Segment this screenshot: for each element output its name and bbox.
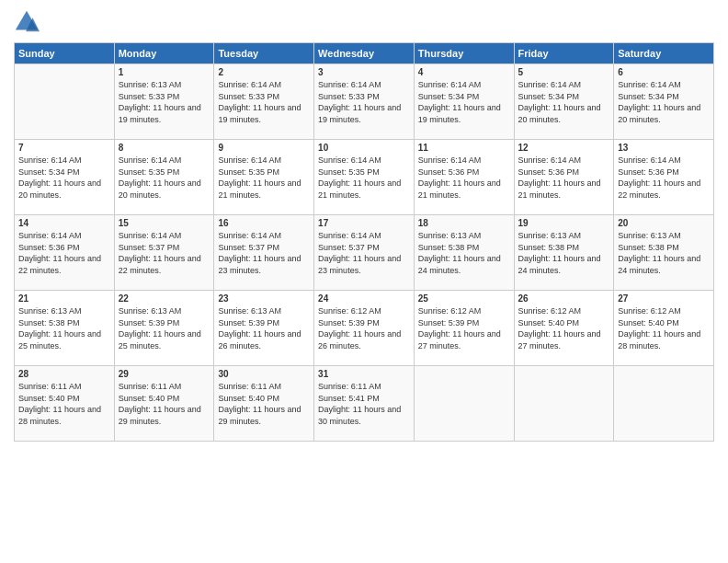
sunrise-text: Sunrise: 6:14 AM bbox=[318, 155, 381, 165]
sunset-text: Sunset: 5:36 PM bbox=[418, 167, 480, 177]
calendar-cell: 6 Sunrise: 6:14 AM Sunset: 5:34 PM Dayli… bbox=[614, 64, 714, 140]
sunrise-text: Sunrise: 6:12 AM bbox=[518, 306, 582, 316]
sunset-text: Sunset: 5:38 PM bbox=[618, 243, 679, 252]
calendar-cell: 18 Sunrise: 6:13 AM Sunset: 5:38 PM Dayl… bbox=[414, 215, 514, 291]
sunset-text: Sunset: 5:33 PM bbox=[218, 92, 279, 101]
day-info: Sunrise: 6:14 AM Sunset: 5:34 PM Dayligh… bbox=[618, 79, 710, 125]
daylight-text: Daylight: 11 hours and 27 minutes. bbox=[418, 329, 501, 350]
sunset-text: Sunset: 5:38 PM bbox=[518, 243, 580, 252]
sunrise-text: Sunrise: 6:14 AM bbox=[418, 80, 482, 89]
day-number: 24 bbox=[318, 293, 410, 304]
day-info: Sunrise: 6:14 AM Sunset: 5:35 PM Dayligh… bbox=[218, 155, 310, 201]
day-info: Sunrise: 6:13 AM Sunset: 5:39 PM Dayligh… bbox=[218, 305, 310, 351]
daylight-text: Daylight: 11 hours and 24 minutes. bbox=[518, 254, 601, 275]
sunset-text: Sunset: 5:35 PM bbox=[218, 167, 279, 177]
daylight-text: Daylight: 11 hours and 26 minutes. bbox=[218, 329, 301, 350]
day-number: 6 bbox=[618, 67, 710, 77]
calendar-cell: 7 Sunrise: 6:14 AM Sunset: 5:34 PM Dayli… bbox=[15, 140, 115, 215]
sunrise-text: Sunrise: 6:13 AM bbox=[518, 231, 582, 240]
sunset-text: Sunset: 5:38 PM bbox=[418, 243, 480, 252]
day-number: 22 bbox=[119, 293, 210, 304]
sunrise-text: Sunrise: 6:14 AM bbox=[618, 155, 681, 165]
day-info: Sunrise: 6:11 AM Sunset: 5:40 PM Dayligh… bbox=[18, 381, 110, 427]
daylight-text: Daylight: 11 hours and 20 minutes. bbox=[618, 103, 700, 124]
day-info: Sunrise: 6:11 AM Sunset: 5:41 PM Dayligh… bbox=[318, 381, 410, 427]
day-number: 2 bbox=[218, 67, 310, 77]
sunrise-text: Sunrise: 6:14 AM bbox=[218, 231, 281, 240]
daylight-text: Daylight: 11 hours and 19 minutes. bbox=[218, 103, 301, 124]
day-number: 31 bbox=[318, 369, 410, 379]
daylight-text: Daylight: 11 hours and 29 minutes. bbox=[119, 405, 201, 426]
calendar-cell: 3 Sunrise: 6:14 AM Sunset: 5:33 PM Dayli… bbox=[314, 64, 415, 140]
calendar-week-row: 14 Sunrise: 6:14 AM Sunset: 5:36 PM Dayl… bbox=[15, 215, 714, 291]
calendar-cell: 16 Sunrise: 6:14 AM Sunset: 5:37 PM Dayl… bbox=[214, 215, 314, 291]
calendar-cell: 21 Sunrise: 6:13 AM Sunset: 5:38 PM Dayl… bbox=[15, 291, 115, 366]
day-number: 29 bbox=[119, 369, 210, 379]
sunset-text: Sunset: 5:40 PM bbox=[18, 394, 80, 403]
sunset-text: Sunset: 5:39 PM bbox=[218, 318, 279, 327]
daylight-text: Daylight: 11 hours and 27 minutes. bbox=[518, 329, 601, 350]
calendar-cell: 19 Sunrise: 6:13 AM Sunset: 5:38 PM Dayl… bbox=[514, 215, 614, 291]
day-info: Sunrise: 6:14 AM Sunset: 5:33 PM Dayligh… bbox=[218, 79, 310, 125]
calendar-cell: 22 Sunrise: 6:13 AM Sunset: 5:39 PM Dayl… bbox=[114, 291, 214, 366]
sunset-text: Sunset: 5:37 PM bbox=[218, 243, 279, 252]
sunset-text: Sunset: 5:40 PM bbox=[218, 394, 279, 403]
sunset-text: Sunset: 5:38 PM bbox=[18, 318, 80, 327]
day-info: Sunrise: 6:14 AM Sunset: 5:36 PM Dayligh… bbox=[518, 155, 610, 201]
day-number: 26 bbox=[518, 293, 610, 304]
sunrise-text: Sunrise: 6:14 AM bbox=[119, 231, 182, 240]
calendar-cell bbox=[15, 64, 115, 140]
sunrise-text: Sunrise: 6:11 AM bbox=[218, 382, 281, 391]
day-number: 28 bbox=[18, 369, 110, 379]
day-info: Sunrise: 6:14 AM Sunset: 5:34 PM Dayligh… bbox=[418, 79, 510, 125]
daylight-text: Daylight: 11 hours and 19 minutes. bbox=[318, 103, 401, 124]
col-header-monday: Monday bbox=[114, 43, 214, 64]
day-info: Sunrise: 6:13 AM Sunset: 5:38 PM Dayligh… bbox=[518, 230, 610, 276]
sunrise-text: Sunrise: 6:12 AM bbox=[418, 306, 482, 316]
daylight-text: Daylight: 11 hours and 21 minutes. bbox=[518, 178, 601, 200]
sunrise-text: Sunrise: 6:11 AM bbox=[119, 382, 182, 391]
page: SundayMondayTuesdayWednesdayThursdayFrid… bbox=[0, 0, 728, 563]
calendar-header-row: SundayMondayTuesdayWednesdayThursdayFrid… bbox=[15, 43, 714, 64]
day-info: Sunrise: 6:13 AM Sunset: 5:38 PM Dayligh… bbox=[618, 230, 710, 276]
sunset-text: Sunset: 5:35 PM bbox=[318, 167, 380, 177]
sunset-text: Sunset: 5:41 PM bbox=[318, 394, 380, 403]
day-info: Sunrise: 6:14 AM Sunset: 5:34 PM Dayligh… bbox=[518, 79, 610, 125]
col-header-tuesday: Tuesday bbox=[214, 43, 314, 64]
day-number: 12 bbox=[518, 143, 610, 153]
calendar-cell: 27 Sunrise: 6:12 AM Sunset: 5:40 PM Dayl… bbox=[614, 291, 714, 366]
day-number: 23 bbox=[218, 293, 310, 304]
daylight-text: Daylight: 11 hours and 22 minutes. bbox=[18, 254, 101, 275]
calendar-cell: 26 Sunrise: 6:12 AM Sunset: 5:40 PM Dayl… bbox=[514, 291, 614, 366]
sunset-text: Sunset: 5:34 PM bbox=[618, 92, 679, 101]
daylight-text: Daylight: 11 hours and 20 minutes. bbox=[119, 178, 201, 200]
day-number: 7 bbox=[18, 143, 110, 153]
calendar-cell: 8 Sunrise: 6:14 AM Sunset: 5:35 PM Dayli… bbox=[114, 140, 214, 215]
sunrise-text: Sunrise: 6:12 AM bbox=[318, 306, 381, 316]
sunrise-text: Sunrise: 6:14 AM bbox=[618, 80, 681, 89]
calendar-cell bbox=[514, 366, 614, 442]
day-number: 17 bbox=[318, 218, 410, 228]
calendar-cell: 31 Sunrise: 6:11 AM Sunset: 5:41 PM Dayl… bbox=[314, 366, 415, 442]
sunrise-text: Sunrise: 6:13 AM bbox=[18, 306, 82, 316]
day-info: Sunrise: 6:14 AM Sunset: 5:35 PM Dayligh… bbox=[119, 155, 210, 201]
day-info: Sunrise: 6:12 AM Sunset: 5:40 PM Dayligh… bbox=[618, 305, 710, 351]
sunset-text: Sunset: 5:36 PM bbox=[18, 243, 80, 252]
calendar-cell: 28 Sunrise: 6:11 AM Sunset: 5:40 PM Dayl… bbox=[15, 366, 115, 442]
sunset-text: Sunset: 5:34 PM bbox=[418, 92, 480, 101]
calendar-cell: 17 Sunrise: 6:14 AM Sunset: 5:37 PM Dayl… bbox=[314, 215, 415, 291]
day-info: Sunrise: 6:11 AM Sunset: 5:40 PM Dayligh… bbox=[119, 381, 210, 427]
calendar-cell bbox=[614, 366, 714, 442]
day-info: Sunrise: 6:14 AM Sunset: 5:36 PM Dayligh… bbox=[618, 155, 710, 201]
calendar-cell: 12 Sunrise: 6:14 AM Sunset: 5:36 PM Dayl… bbox=[514, 140, 614, 215]
calendar-cell: 15 Sunrise: 6:14 AM Sunset: 5:37 PM Dayl… bbox=[114, 215, 214, 291]
calendar-cell: 23 Sunrise: 6:13 AM Sunset: 5:39 PM Dayl… bbox=[214, 291, 314, 366]
sunset-text: Sunset: 5:34 PM bbox=[18, 167, 80, 177]
day-number: 16 bbox=[218, 218, 310, 228]
sunset-text: Sunset: 5:33 PM bbox=[318, 92, 380, 101]
sunrise-text: Sunrise: 6:14 AM bbox=[318, 231, 381, 240]
day-info: Sunrise: 6:14 AM Sunset: 5:33 PM Dayligh… bbox=[318, 79, 410, 125]
logo-icon bbox=[14, 9, 40, 35]
sunrise-text: Sunrise: 6:13 AM bbox=[119, 306, 182, 316]
calendar-week-row: 1 Sunrise: 6:13 AM Sunset: 5:33 PM Dayli… bbox=[15, 64, 714, 140]
